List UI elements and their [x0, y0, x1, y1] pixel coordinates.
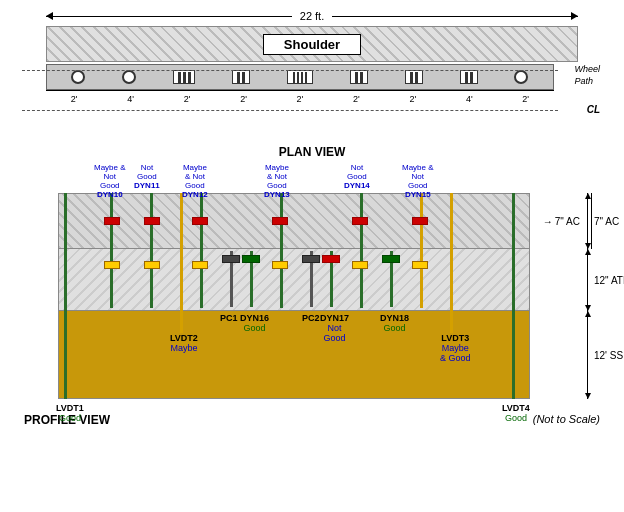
- shoulder-label: Shoulder: [263, 34, 361, 55]
- sensor-dyn12-atb: [192, 261, 208, 269]
- sensor-dyn18: [382, 255, 400, 263]
- label-pc2: PC2: [302, 313, 320, 323]
- sensor-dyn17: [322, 255, 340, 263]
- top-dimension: 22 ft.: [292, 10, 332, 22]
- label-ac: 7" AC: [594, 216, 619, 227]
- profile-section: →7" AC 7" AC 12" ATB: [10, 163, 614, 427]
- pole-lvdt4: [512, 193, 515, 399]
- label-lvdt4: LVDT4 Good: [502, 403, 530, 423]
- sensor-dyn12-ac: [192, 217, 208, 225]
- pole-lvdt2: [180, 193, 183, 333]
- sensor-dyn13-ac: [272, 217, 288, 225]
- wheel-path-label: WheelPath: [574, 64, 600, 87]
- sensor-bar-2: [232, 70, 250, 84]
- pole-dyn11: [150, 193, 153, 308]
- not-to-scale-label: (Not to Scale): [533, 413, 600, 427]
- label-dyn18: DYN18 Good: [380, 313, 409, 333]
- sensor-dyn13-atb: [272, 261, 288, 269]
- sensor-bar-1: [173, 70, 195, 84]
- label-ss: 12' SS: [594, 350, 623, 361]
- layer-atb: [58, 249, 530, 311]
- pole-dyn10: [110, 193, 113, 308]
- label-lvdt2: LVDT2 Maybe: [170, 333, 198, 353]
- label-dyn11: NotGoodDYN11: [134, 163, 160, 190]
- sensor-bar-3: [287, 70, 313, 84]
- sensor-dyn10-ac: [104, 217, 120, 225]
- sensor-dyn11-ac: [144, 217, 160, 225]
- dim-ac-label: 7" AC: [555, 216, 580, 227]
- label-atb: 12" ATB: [594, 275, 624, 286]
- sensor-dyn14-ac: [352, 217, 368, 225]
- label-lvdt1: LVDT1 Good: [56, 403, 84, 423]
- sensor-circle-right: [514, 70, 528, 84]
- label-dyn14: NotGoodDYN14: [344, 163, 370, 190]
- sensor-dyn11-atb: [144, 261, 160, 269]
- right-dims: 7" AC 12" ATB 12' SS: [587, 193, 588, 403]
- pole-dyn15: [420, 193, 423, 308]
- label-pc1: PC1: [220, 313, 238, 323]
- sensor-pc1: [222, 255, 240, 263]
- sensor-pc2: [302, 255, 320, 263]
- sensor-dyn16: [242, 255, 260, 263]
- main-container: 22 ft. Shoulder: [0, 0, 624, 512]
- label-dyn15: Maybe &NotGoodDYN15: [402, 163, 434, 199]
- pole-lvdt1: [64, 193, 67, 399]
- sensor-circle-2: [122, 70, 136, 84]
- sensor-bar-5: [405, 70, 423, 84]
- label-dyn13: Maybe& NotGoodDYN13: [264, 163, 290, 199]
- label-dyn12: Maybe& NotGoodDYN12: [182, 163, 208, 199]
- sensor-circle-left: [71, 70, 85, 84]
- label-dyn17: DYN17 Not Good: [320, 313, 349, 343]
- plan-view-label: PLAN VIEW: [10, 145, 614, 159]
- sensor-bar-6: [460, 70, 478, 84]
- sensor-dyn15-atb: [412, 261, 428, 269]
- dimensions-row: 2' 4' 2' 2' 2' 2' 2' 4' 2': [46, 94, 554, 104]
- pole-dyn12: [200, 193, 203, 308]
- sensor-bar-4: [350, 70, 368, 84]
- wheel-path-line: [22, 70, 558, 71]
- sensor-dyn14-atb: [352, 261, 368, 269]
- label-dyn10: Maybe &NotGoodDYN10: [94, 163, 126, 199]
- dim-ac: →7" AC: [588, 193, 592, 249]
- sensor-dyn15-ac: [412, 217, 428, 225]
- plan-view-section: 22 ft. Shoulder: [10, 8, 614, 159]
- layer-ac: [58, 193, 530, 249]
- cl-label: CL: [587, 104, 600, 115]
- pole-dyn13: [280, 193, 283, 308]
- pole-lvdt3: [450, 193, 453, 333]
- road-surface: [46, 64, 554, 90]
- shoulder-area: Shoulder: [46, 26, 578, 62]
- label-dyn16: DYN16 Good: [240, 313, 269, 333]
- sensor-dyn10-atb: [104, 261, 120, 269]
- pole-dyn14: [360, 193, 363, 308]
- cl-line: [22, 110, 558, 111]
- label-lvdt3: LVDT3 Maybe & Good: [440, 333, 471, 363]
- dim-ticks-line: [46, 90, 554, 91]
